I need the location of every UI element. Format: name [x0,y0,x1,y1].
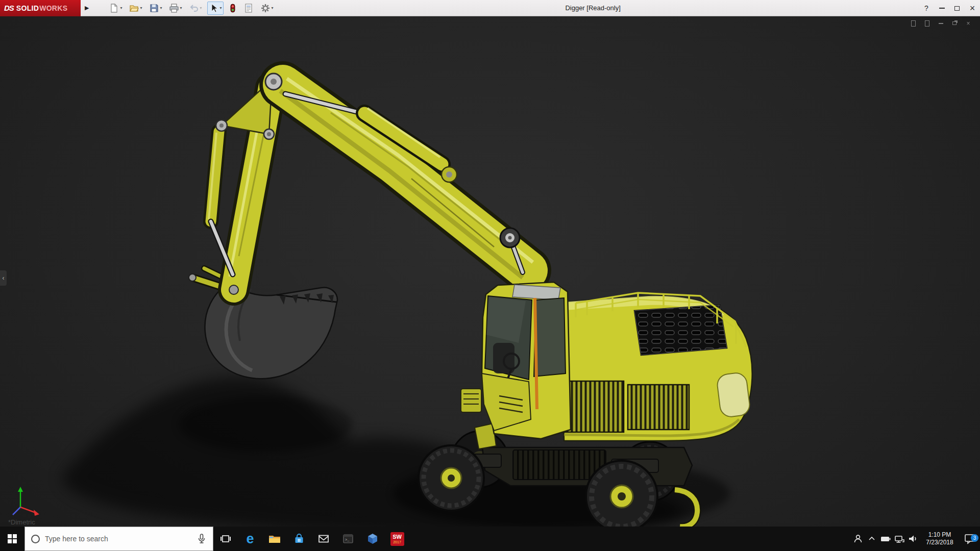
document-title: Digger [Read-only] [565,0,620,16]
doc-close-button[interactable]: × [964,19,973,27]
brand-works: WORKS [39,4,67,12]
undo-button[interactable]: ▾ [187,2,204,15]
battery-icon [880,533,891,544]
task-view-button[interactable] [213,527,238,551]
network-icon [894,533,905,544]
open-icon [129,3,139,13]
people-icon [852,533,864,544]
taskbar-console[interactable]: >_ [336,527,360,551]
console-window-icon: >_ [342,533,354,545]
dropdown-caret-icon[interactable]: ▾ [220,6,222,10]
edge-icon: e [246,531,254,547]
file-properties-icon [243,3,254,13]
dropdown-caret-icon[interactable]: ▾ [120,6,122,10]
new-document-button[interactable]: ▾ [107,2,124,15]
cad-cube-icon [366,533,379,545]
print-icon [169,3,179,13]
start-button[interactable] [0,527,24,551]
save-icon [149,3,159,13]
operator-cab [482,282,571,439]
orientation-triad: *Dimetric [8,487,39,526]
help-button[interactable]: ? [919,0,934,16]
options-button[interactable]: ▾ [259,2,275,15]
front-deck-box [461,389,481,412]
minimize-button[interactable] [934,0,949,16]
mail-icon [317,533,330,545]
quick-access-toolbar: ▾ ▾ ▾ ▾ [107,2,275,15]
taskbar-edge[interactable]: e [238,527,262,551]
rear-window [716,372,751,418]
network-button[interactable] [892,533,906,544]
rebuild-stoplight-icon [229,3,237,13]
view-orientation-label: *Dimetric [8,518,35,526]
clock-time: 1:10 PM [920,531,960,539]
side-window [534,298,566,377]
chevron-up-icon [867,534,876,543]
open-button[interactable]: ▾ [127,2,143,15]
minimize-icon [939,8,945,9]
dropdown-caret-icon[interactable]: ▾ [272,6,274,10]
microphone-icon[interactable] [197,533,207,544]
file-properties-button[interactable] [242,2,255,15]
people-button[interactable] [851,533,865,544]
solidworks-2017-icon: SW2017 [390,532,404,546]
print-button[interactable]: ▾ [167,2,184,15]
graphics-viewport[interactable]: *Dimetric × ‹ [0,16,980,527]
dassault-logo-icon: DS [4,4,14,12]
wheel-front-right [586,461,657,527]
solidworks-window: DS SOLID WORKS ▶ ▾ ▾ [0,0,980,551]
battery-button[interactable] [878,533,892,544]
orange-pillar [535,298,537,409]
window-icon [911,20,916,27]
options-gear-icon [260,3,271,13]
taskbar-clock[interactable]: 1:10 PM 7/23/2018 [920,531,960,546]
task-view-icon [219,533,232,545]
new-document-icon [109,3,119,13]
dropdown-caret-icon[interactable]: ▾ [180,6,182,10]
3d-model-canvas[interactable]: *Dimetric [0,16,980,527]
store-icon [293,533,305,545]
document-window-controls: × [909,19,973,27]
search-input[interactable] [45,535,191,543]
windows-taskbar: e >_ [0,527,980,551]
select-button[interactable]: ▾ [207,2,224,15]
select-cursor-icon [209,3,219,13]
taskbar-store[interactable] [287,527,311,551]
restore-icon [952,21,957,25]
notification-badge: 3 [971,534,978,542]
menu-flyout-arrow-icon[interactable]: ▶ [81,5,93,11]
minimize-icon [939,23,943,24]
dropdown-caret-icon[interactable]: ▾ [140,6,142,10]
cortana-icon [31,535,40,543]
maximize-icon [954,6,960,11]
cascade-button[interactable] [922,19,932,27]
volume-button[interactable] [906,533,920,544]
dropdown-caret-icon[interactable]: ▾ [160,6,162,10]
side-grille-right [628,385,689,430]
rebuild-button[interactable] [227,2,238,15]
taskbar-search[interactable] [24,527,213,551]
feature-panel-collapse-tab[interactable]: ‹ [0,270,7,286]
dropdown-caret-icon[interactable]: ▾ [200,6,202,10]
window-controls: ? × [919,0,980,16]
action-center-button[interactable]: 3 [960,533,980,545]
speaker-icon [908,533,919,544]
save-button[interactable]: ▾ [148,2,164,15]
taskbar-edrawings[interactable] [360,527,385,551]
boom-arm-assembly [189,73,533,379]
system-tray: 1:10 PM 7/23/2018 3 [851,527,980,551]
window-icon [925,20,929,27]
title-bar: DS SOLID WORKS ▶ ▾ ▾ [0,0,980,16]
taskbar-mail[interactable] [311,527,336,551]
doc-minimize-button[interactable] [936,19,945,27]
new-window-button[interactable] [909,19,918,27]
solidworks-logo: DS SOLID WORKS [0,0,81,16]
taskbar-file-explorer[interactable] [262,527,287,551]
maximize-button[interactable] [949,0,965,16]
svg-text:>_: >_ [345,538,350,542]
show-hidden-icons-button[interactable] [865,534,878,543]
close-button[interactable]: × [965,0,980,16]
undo-icon [189,3,199,13]
taskbar-solidworks-2017[interactable]: SW2017 [385,527,409,551]
doc-restore-button[interactable] [950,19,959,27]
